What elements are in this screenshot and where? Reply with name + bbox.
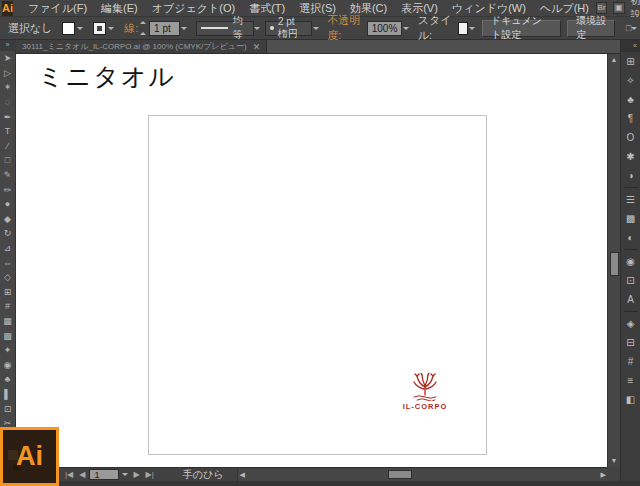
magic-wand-tool[interactable]: ✶ bbox=[1, 80, 15, 95]
brushes-panel-icon[interactable]: ✱ bbox=[622, 147, 640, 166]
document-tab[interactable]: 30111_ミニタオル_IL-CORPO.ai @ 100% (CMYK/プレビ… bbox=[16, 40, 267, 53]
artboard-tool[interactable]: ⊡ bbox=[1, 401, 15, 416]
logo-wordmark: IL-CORPO bbox=[397, 402, 453, 411]
opentype-panel-icon[interactable]: O bbox=[622, 128, 640, 147]
first-artboard-button[interactable]: |◀ bbox=[62, 470, 76, 479]
menu-item-0[interactable]: ファイル(F) bbox=[21, 0, 94, 17]
collapse-toolbar-icon[interactable]: » bbox=[0, 40, 16, 51]
chevron-down-icon bbox=[77, 27, 83, 30]
links-panel-icon[interactable]: ⊡ bbox=[622, 271, 640, 290]
eraser-tool[interactable]: ◆ bbox=[1, 212, 15, 227]
arrange-documents-icon[interactable]: ▣ bbox=[613, 2, 624, 14]
horizontal-scrollbar-thumb[interactable] bbox=[388, 470, 412, 479]
align-panel-icon[interactable]: ≡ bbox=[622, 371, 640, 390]
dock-separator bbox=[624, 187, 638, 188]
scroll-left-icon[interactable]: ◀ bbox=[239, 469, 244, 481]
perspective-grid-tool[interactable]: # bbox=[1, 299, 15, 314]
blend-tool[interactable]: ◉ bbox=[1, 357, 15, 372]
prev-artboard-button[interactable]: ◀ bbox=[76, 470, 88, 479]
direct-selection-tool[interactable]: ▷ bbox=[1, 66, 15, 81]
menu-item-3[interactable]: 書式(T) bbox=[242, 0, 292, 17]
window-bottom-edge bbox=[0, 481, 640, 486]
appearance-panel-icon[interactable]: ◑ bbox=[622, 166, 640, 185]
chevron-down-icon bbox=[181, 27, 187, 30]
stroke-weight-stepper[interactable] bbox=[140, 21, 147, 35]
pencil-tool[interactable]: ✏ bbox=[1, 182, 15, 197]
stroke-profile-label: 均等 bbox=[232, 14, 248, 42]
document-tab-bar: 30111_ミニタオル_IL-CORPO.ai @ 100% (CMYK/プレビ… bbox=[16, 40, 640, 54]
expand-panels-icon[interactable]: « bbox=[621, 40, 640, 52]
stroke-profile-dropdown[interactable] bbox=[254, 22, 262, 35]
stroke-weight-field[interactable]: 1 pt bbox=[149, 21, 180, 36]
scroll-up-icon[interactable]: ▲ bbox=[608, 54, 620, 66]
pen-tool[interactable]: ✒ bbox=[1, 109, 15, 124]
shape-builder-tool[interactable]: ⊞ bbox=[1, 285, 15, 300]
transform-panel-icon[interactable]: # bbox=[622, 352, 640, 371]
rectangle-tool[interactable]: □ bbox=[1, 153, 15, 168]
color-guide-panel-icon[interactable]: ✧ bbox=[622, 71, 640, 90]
transparency-panel-icon[interactable]: ◐ bbox=[622, 228, 640, 247]
gradient-tool[interactable]: ▩ bbox=[1, 328, 15, 343]
style-swatch[interactable] bbox=[458, 22, 468, 35]
stroke-weight-dropdown[interactable] bbox=[180, 22, 188, 35]
artboard-number-field[interactable]: 1 bbox=[89, 469, 119, 480]
stroke-color-dropdown[interactable] bbox=[106, 22, 116, 35]
stroke-panel-icon[interactable]: ☰ bbox=[622, 190, 640, 209]
menu-item-1[interactable]: 編集(E) bbox=[94, 0, 145, 17]
illustrator-app-icon[interactable]: Ai bbox=[0, 427, 59, 486]
graphic-styles-panel-icon[interactable]: ◉ bbox=[622, 252, 640, 271]
swatches-panel-icon[interactable]: ⊞ bbox=[622, 52, 640, 71]
stroke-profile-select[interactable]: 均等 bbox=[196, 21, 254, 36]
layers-panel-icon[interactable]: ◈ bbox=[622, 314, 640, 333]
stroke-color-swatch[interactable] bbox=[93, 22, 106, 35]
free-transform-tool[interactable]: ◇ bbox=[1, 270, 15, 285]
paintbrush-tool[interactable]: ✎ bbox=[1, 168, 15, 183]
artboard-number-dropdown[interactable] bbox=[120, 468, 130, 481]
menu-item-2[interactable]: オブジェクト(O) bbox=[145, 0, 242, 17]
pathfinder-panel-icon[interactable]: ◧ bbox=[622, 390, 640, 409]
scroll-down-icon[interactable]: ▼ bbox=[608, 455, 620, 467]
artboards-panel-icon[interactable]: ⊟ bbox=[622, 333, 640, 352]
mesh-tool[interactable]: ▦ bbox=[1, 314, 15, 329]
vertical-scrollbar[interactable]: ▲ ▼ bbox=[607, 54, 620, 467]
style-dropdown[interactable] bbox=[468, 22, 476, 35]
chevron-down-icon bbox=[313, 27, 319, 30]
horizontal-scrollbar[interactable]: ◀ ▶ bbox=[237, 469, 607, 481]
preferences-button[interactable]: 環境設定 bbox=[567, 20, 615, 37]
line-segment-tool[interactable]: ∕ bbox=[1, 139, 15, 154]
document-setup-button[interactable]: ドキュメント設定 bbox=[482, 20, 561, 37]
canvas[interactable]: ミニタオル IL-CORPO bbox=[16, 54, 607, 467]
opacity-dropdown[interactable] bbox=[402, 22, 410, 35]
blob-brush-tool[interactable]: ● bbox=[1, 197, 15, 212]
artboard[interactable]: IL-CORPO bbox=[148, 115, 487, 455]
opacity-link[interactable]: 不透明度: bbox=[327, 13, 362, 43]
close-tab-icon[interactable]: ✕ bbox=[253, 42, 261, 52]
paragraph-panel-icon[interactable]: ¶ bbox=[622, 109, 640, 128]
brush-dropdown[interactable] bbox=[312, 22, 320, 35]
symbols-panel-icon[interactable]: ♣ bbox=[622, 90, 640, 109]
gradient-panel-icon[interactable]: ▩ bbox=[622, 209, 640, 228]
lasso-tool[interactable]: ◌ bbox=[1, 95, 15, 110]
panel-options-icon[interactable]: □ bbox=[623, 22, 640, 35]
symbol-sprayer-tool[interactable]: ♣ bbox=[1, 372, 15, 387]
last-artboard-button[interactable]: ▶| bbox=[143, 470, 157, 479]
scale-tool[interactable]: ⊿ bbox=[1, 241, 15, 256]
bridge-icon[interactable]: Br bbox=[596, 2, 607, 14]
opacity-field[interactable]: 100% bbox=[367, 21, 403, 36]
rotate-tool[interactable]: ↻ bbox=[1, 226, 15, 241]
vertical-scrollbar-thumb[interactable] bbox=[610, 252, 619, 276]
character-panel-icon[interactable]: A bbox=[622, 290, 640, 309]
eyedropper-tool[interactable]: ✦ bbox=[1, 343, 15, 358]
scroll-right-icon[interactable]: ▶ bbox=[601, 469, 606, 481]
selection-tool[interactable]: ➤ bbox=[1, 51, 15, 66]
style-label: スタイル: bbox=[418, 13, 454, 43]
fill-color-swatch[interactable] bbox=[62, 22, 75, 35]
width-tool[interactable]: ⇔ bbox=[1, 255, 15, 270]
stroke-link[interactable]: 線: bbox=[124, 21, 138, 36]
brush-select[interactable]: 2 pt 楕円 bbox=[265, 21, 312, 36]
column-graph-tool[interactable]: ▌ bbox=[1, 387, 15, 402]
next-artboard-button[interactable]: ▶ bbox=[130, 470, 142, 479]
type-tool[interactable]: T bbox=[1, 124, 15, 139]
fill-color-dropdown[interactable] bbox=[75, 22, 85, 35]
selection-status: 選択なし bbox=[8, 21, 62, 36]
